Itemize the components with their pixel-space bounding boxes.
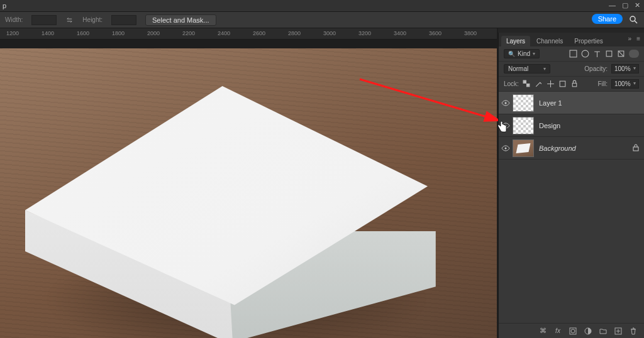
ruler-tick: 1800 (112, 30, 125, 36)
delete-layer-icon[interactable] (629, 327, 638, 335)
svg-rect-14 (633, 147, 638, 151)
canvas-box-object (25, 86, 428, 338)
filter-smart-icon[interactable] (617, 50, 625, 58)
window-minimize-icon[interactable]: — (609, 1, 616, 9)
lock-label: Lock: (504, 80, 519, 87)
window-close-icon[interactable]: ✕ (635, 1, 640, 9)
new-layer-icon[interactable] (614, 327, 623, 335)
document-canvas[interactable] (0, 48, 497, 338)
width-label: Width: (5, 16, 23, 23)
tab-layers[interactable]: Layers (501, 36, 530, 46)
height-input[interactable] (111, 15, 136, 25)
width-input[interactable] (31, 15, 57, 25)
svg-rect-10 (572, 83, 577, 86)
svg-point-16 (571, 329, 575, 333)
window-maximize-icon[interactable]: ▢ (622, 1, 628, 9)
panel-lock-row: Lock: Fill: 100%▾ (499, 77, 644, 92)
lock-pixels-icon[interactable] (535, 80, 543, 88)
filter-kind-label: Kind (518, 50, 530, 57)
options-bar: Width: Height: Select and Mask... Share (0, 12, 644, 28)
height-label: Height: (82, 16, 103, 23)
blend-mode-dropdown[interactable]: Normal ▾ (504, 64, 550, 74)
search-icon[interactable] (629, 15, 638, 24)
lock-all-icon[interactable] (570, 80, 579, 88)
svg-rect-7 (523, 80, 526, 83)
visibility-eye-icon[interactable] (499, 121, 513, 130)
panel-blend-row: Normal ▾ Opacity: 100%▾ (499, 62, 644, 77)
svg-point-13 (505, 147, 507, 149)
svg-point-12 (505, 124, 507, 126)
filter-type-icon[interactable] (593, 50, 601, 58)
filter-toggle-icon[interactable] (629, 50, 639, 58)
svg-point-0 (630, 16, 635, 21)
layer-lock-icon[interactable] (633, 144, 644, 153)
ruler-tick: 3400 (394, 30, 406, 36)
add-mask-icon[interactable] (569, 327, 577, 335)
layers-list: Layer 1DesignBackground (499, 92, 644, 323)
svg-point-11 (505, 102, 507, 104)
opacity-label: Opacity: (584, 65, 608, 72)
adjustment-layer-icon[interactable] (584, 327, 592, 335)
layer-fx-icon[interactable]: fx (553, 327, 562, 335)
select-and-mask-button[interactable]: Select and Mask... (145, 14, 216, 26)
share-button[interactable]: Share (592, 14, 623, 24)
panel-menu-icon[interactable]: ≡ (636, 35, 640, 42)
layer-thumbnail[interactable] (513, 94, 534, 112)
ruler-tick: 1200 (6, 30, 19, 36)
ruler-tick: 2400 (218, 30, 230, 36)
group-layers-icon[interactable] (599, 327, 608, 335)
layer-row[interactable]: Background (499, 137, 644, 160)
swap-dimensions-icon[interactable] (65, 16, 74, 24)
ruler-tick: 1600 (77, 30, 89, 36)
tab-channels[interactable]: Channels (531, 36, 568, 46)
svg-rect-5 (606, 51, 612, 57)
fill-value: 100% (614, 80, 631, 87)
ruler-tick: 3200 (358, 30, 371, 36)
layer-thumbnail[interactable] (513, 139, 534, 157)
layer-name-label[interactable]: Layer 1 (539, 99, 644, 107)
filter-pixel-icon[interactable] (569, 50, 577, 58)
ruler-tick: 2800 (288, 30, 301, 36)
svg-point-4 (582, 50, 589, 57)
svg-line-1 (635, 21, 637, 23)
horizontal-ruler[interactable]: 1200140016001800200022002400260028003000… (0, 28, 497, 40)
blend-mode-value: Normal (508, 65, 528, 72)
lock-position-icon[interactable] (547, 80, 555, 88)
ruler-tick: 2600 (253, 30, 265, 36)
layer-name-label[interactable]: Background (539, 144, 633, 152)
filter-adjustment-icon[interactable] (581, 50, 589, 58)
layer-row[interactable]: Layer 1 (499, 92, 644, 114)
panel-collapse-icon[interactable]: » (628, 35, 632, 42)
fill-label: Fill: (597, 80, 608, 87)
lock-artboard-icon[interactable] (558, 80, 567, 88)
opacity-value: 100% (614, 65, 631, 72)
lock-transparency-icon[interactable] (523, 80, 531, 88)
svg-rect-3 (570, 50, 577, 57)
svg-rect-8 (526, 84, 529, 87)
ruler-tick: 3000 (323, 30, 336, 36)
workspace: 1200140016001800200022002400260028003000… (0, 28, 497, 338)
panel-tabs: Layers Channels Properties » ≡ (499, 33, 644, 46)
link-layers-icon[interactable]: ⌘ (538, 327, 547, 335)
fill-input[interactable]: 100%▾ (611, 79, 639, 89)
ruler-tick: 3600 (429, 30, 441, 36)
layers-panel: Layers Channels Properties » ≡ 🔍 Kind ▾ … (498, 33, 644, 338)
visibility-eye-icon[interactable] (499, 144, 513, 153)
layer-row[interactable]: Design (499, 114, 644, 137)
ruler-tick: 3800 (464, 30, 477, 36)
app-title-fragment: p (3, 2, 6, 9)
layer-thumbnail[interactable] (513, 117, 534, 134)
layers-panel-footer: ⌘ fx (499, 323, 644, 338)
window-titlebar: p — ▢ ✕ (0, 0, 644, 12)
svg-rect-9 (560, 81, 565, 87)
opacity-input[interactable]: 100%▾ (611, 64, 639, 74)
filter-shape-icon[interactable] (605, 50, 613, 58)
filter-kind-dropdown[interactable]: 🔍 Kind ▾ (504, 49, 540, 58)
tab-properties[interactable]: Properties (569, 36, 608, 46)
ruler-tick: 1400 (42, 30, 54, 36)
visibility-eye-icon[interactable] (499, 99, 513, 107)
layer-name-label[interactable]: Design (539, 122, 644, 129)
ruler-tick: 2000 (147, 30, 160, 36)
panel-filter-row: 🔍 Kind ▾ (499, 46, 644, 62)
ruler-tick: 2200 (182, 30, 195, 36)
